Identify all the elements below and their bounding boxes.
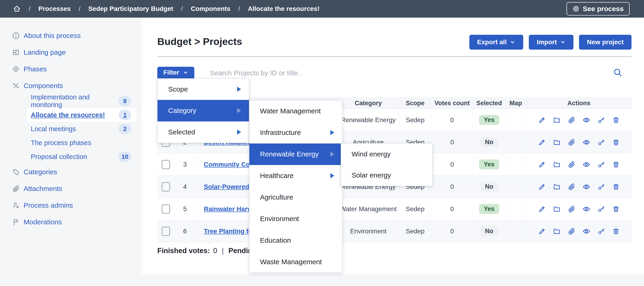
finished-votes-label: Finished votes: [157, 247, 210, 255]
menu-item-waste-management[interactable]: Waste Management [249, 251, 342, 272]
preview-eye-icon[interactable] [582, 116, 590, 124]
menu-item-solar-energy[interactable]: Solar energy [341, 165, 432, 186]
topbar: / Processes / Sedep Participatory Budget… [0, 0, 644, 18]
sidebar-item-about-this-process[interactable]: About this process [0, 27, 142, 44]
folder-icon[interactable] [553, 138, 561, 146]
sidebar-subitem-proposal-collection[interactable]: Proposal collection 10 [26, 150, 136, 164]
user-gear-icon [12, 201, 20, 209]
selected-badge: Yes [479, 115, 499, 125]
key-permissions-icon[interactable] [597, 205, 605, 213]
header-actions: Actions [526, 97, 632, 109]
project-title-link[interactable]: Solar-Powered S [204, 183, 256, 191]
folder-icon[interactable] [553, 227, 561, 235]
project-map-cell [506, 198, 526, 220]
sidebar-item-moderations[interactable]: Moderations [0, 214, 142, 230]
key-permissions-icon[interactable] [597, 183, 605, 191]
preview-eye-icon[interactable] [582, 138, 590, 146]
paperclip-icon[interactable] [568, 227, 576, 235]
trash-icon[interactable] [612, 116, 620, 124]
preview-eye-icon[interactable] [582, 183, 590, 191]
search-icon[interactable] [613, 68, 622, 77]
paperclip-icon[interactable] [568, 183, 576, 191]
sidebar-item-attachments[interactable]: Attachments [0, 180, 142, 197]
paperclip-icon[interactable] [568, 161, 576, 169]
sidebar-subitem-label: Implementation and monitoring [31, 93, 119, 109]
sidebar-subitem-implementation-and-monitoring[interactable]: Implementation and monitoring 8 [26, 94, 136, 108]
key-permissions-icon[interactable] [597, 227, 605, 235]
menu-item-education[interactable]: Education [249, 229, 342, 251]
home-icon[interactable] [13, 5, 21, 13]
paperclip-icon[interactable] [568, 138, 576, 146]
paperclip-icon[interactable] [568, 116, 576, 124]
filter-button[interactable]: Filter [157, 67, 194, 78]
sidebar-item-landing-page[interactable]: Landing page [0, 44, 142, 61]
trash-icon[interactable] [612, 183, 620, 191]
edit-icon[interactable] [538, 161, 546, 169]
see-process-button[interactable]: See process [566, 2, 630, 16]
project-map-cell [506, 109, 526, 131]
sidebar-subitem-label: Local meetings [31, 125, 76, 133]
breadcrumb-current[interactable]: Allocate the resources! [248, 5, 320, 13]
key-permissions-icon[interactable] [597, 161, 605, 169]
folder-icon[interactable] [553, 183, 561, 191]
menu-item-environment[interactable]: Environment [249, 208, 342, 229]
project-title-link[interactable]: Rainwater Harve [204, 205, 254, 213]
row-checkbox[interactable] [162, 160, 170, 169]
new-project-button[interactable]: New project [579, 35, 632, 50]
edit-icon[interactable] [538, 116, 546, 124]
import-button[interactable]: Import [529, 35, 574, 50]
breadcrumb-processes[interactable]: Processes [38, 5, 71, 13]
trash-icon[interactable] [612, 227, 620, 235]
chevron-down-icon [560, 39, 566, 45]
project-scope: Sedep [399, 220, 432, 242]
page-title: Budget > Projects [157, 36, 242, 47]
edit-icon[interactable] [538, 138, 546, 146]
search-input[interactable] [209, 67, 599, 79]
sidebar-subitem-the-process-phases[interactable]: The process phases [26, 136, 136, 150]
sidebar-subitem-allocate-the-resources[interactable]: Allocate the resources! 1 [26, 108, 136, 122]
menu-item-agriculture[interactable]: Agriculture [249, 187, 342, 208]
key-permissions-icon[interactable] [597, 138, 605, 146]
menu-item-label: Agriculture [260, 193, 330, 201]
menu-item-infrastructure[interactable]: Infrastructure [249, 122, 342, 144]
row-checkbox[interactable] [162, 227, 170, 236]
separator: | [222, 246, 224, 255]
breadcrumb-components[interactable]: Components [191, 5, 230, 13]
folder-icon[interactable] [553, 116, 561, 124]
menu-item-selected[interactable]: Selected [158, 121, 249, 143]
folder-icon[interactable] [553, 161, 561, 169]
preview-eye-icon[interactable] [582, 227, 590, 235]
header-map: Map [506, 97, 526, 109]
project-id: 4 [175, 176, 196, 198]
menu-item-wind-energy[interactable]: Wind energy [341, 144, 432, 165]
sidebar-item-categories[interactable]: Categories [0, 164, 142, 180]
menu-item-scope[interactable]: Scope [158, 79, 249, 100]
key-permissions-icon[interactable] [597, 116, 605, 124]
menu-item-healthcare[interactable]: Healthcare [249, 165, 342, 187]
menu-item-renewable-energy[interactable]: Renewable Energy [249, 144, 342, 165]
paperclip-icon[interactable] [568, 205, 576, 213]
menu-item-water-management[interactable]: Water Management [249, 100, 342, 122]
row-checkbox[interactable] [162, 204, 170, 214]
project-id: 5 [175, 198, 196, 220]
sidebar-item-label: Phases [24, 65, 47, 73]
project-title-link[interactable]: Community Con [204, 161, 254, 168]
sidebar-item-phases[interactable]: Phases [0, 61, 142, 77]
trash-icon[interactable] [612, 161, 620, 169]
export-all-button[interactable]: Export all [469, 35, 524, 50]
sidebar-item-process-admins[interactable]: Process admins [0, 197, 142, 214]
trash-icon[interactable] [612, 205, 620, 213]
breadcrumb-process-name[interactable]: Sedep Participatory Budget [88, 5, 173, 13]
preview-eye-icon[interactable] [582, 205, 590, 213]
menu-item-category[interactable]: Category [158, 100, 249, 121]
trash-icon[interactable] [612, 138, 620, 146]
edit-icon[interactable] [538, 205, 546, 213]
edit-icon[interactable] [538, 183, 546, 191]
project-title-link[interactable]: Tree Planting fo [204, 228, 252, 235]
edit-icon[interactable] [538, 227, 546, 235]
sidebar-subitem-local-meetings[interactable]: Local meetings 2 [26, 122, 136, 136]
sidebar-item-components[interactable]: Components [0, 77, 142, 94]
preview-eye-icon[interactable] [582, 161, 590, 169]
folder-icon[interactable] [553, 205, 561, 213]
row-checkbox[interactable] [162, 182, 170, 191]
